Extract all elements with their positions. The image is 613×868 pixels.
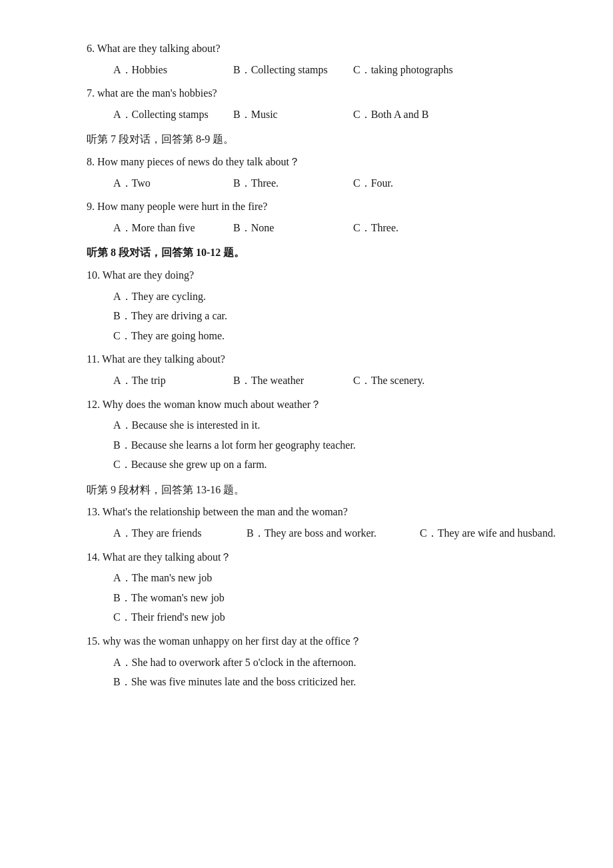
q8-option-a: A．Two (113, 175, 233, 192)
question-13: 13. What's the relationship between the … (87, 503, 526, 541)
q6-number: 6. What are they talking about? (87, 43, 221, 54)
q11-option-a: A．The trip (113, 372, 233, 389)
q8-number: 8. How many pieces of news do they talk … (87, 156, 300, 167)
q6-option-b: B．Collecting stamps (233, 61, 353, 79)
q9-number: 9. How many people were hurt in the fire… (87, 201, 267, 212)
q12-option-a: A．Because she is interested in it. (113, 417, 526, 434)
q7-option-a: A．Collecting stamps (113, 106, 233, 123)
q7-option-b: B．Music (233, 106, 353, 123)
question-15: 15. why was the woman unhappy on her fir… (87, 633, 526, 691)
question-11-text: 11. What are they talking about? (87, 351, 526, 368)
q8-options: A．Two B．Three. C．Four. (113, 175, 526, 192)
q13-option-c: C．They are wife and husband. (420, 525, 593, 542)
q9-option-c: C．Three. (353, 219, 473, 237)
q11-option-c: C．The scenery. (353, 372, 473, 389)
q15-number: 15. why was the woman unhappy on her fir… (87, 635, 361, 647)
q10-option-c: C．They are going home. (113, 327, 526, 345)
question-12-text: 12. Why does the woman know much about w… (87, 396, 526, 413)
question-15-text: 15. why was the woman unhappy on her fir… (87, 633, 526, 650)
q11-options: A．The trip B．The weather C．The scenery. (113, 372, 526, 389)
q12-number: 12. Why does the woman know much about w… (87, 399, 321, 410)
section-7-header: 听第 7 段对话，回答第 8-9 题。 (87, 131, 526, 148)
q11-option-b: B．The weather (233, 372, 353, 389)
q10-number: 10. What are they doing? (87, 269, 194, 281)
q13-option-b: B．They are boss and worker. (247, 525, 420, 542)
q7-options: A．Collecting stamps B．Music C．Both A and… (113, 106, 526, 123)
q14-number: 14. What are they talking about？ (87, 551, 231, 563)
q6-options: A．Hobbies B．Collecting stamps C．taking p… (113, 61, 526, 79)
question-12: 12. Why does the woman know much about w… (87, 396, 526, 473)
section-9-header: 听第 9 段材料，回答第 13-16 题。 (87, 481, 526, 499)
q6-option-a: A．Hobbies (113, 61, 233, 79)
q12-option-c: C．Because she grew up on a farm. (113, 456, 526, 473)
question-14: 14. What are they talking about？ A．The m… (87, 549, 526, 626)
q15-option-a: A．She had to overwork after 5 o'clock in… (113, 654, 526, 671)
question-10: 10. What are they doing? A．They are cycl… (87, 267, 526, 344)
question-13-text: 13. What's the relationship between the … (87, 503, 526, 521)
q13-number: 13. What's the relationship between the … (87, 506, 348, 517)
q7-number: 7. what are the man's hobbies? (87, 87, 217, 99)
question-11: 11. What are they talking about? A．The t… (87, 351, 526, 389)
question-14-text: 14. What are they talking about？ (87, 549, 526, 566)
q12-option-b: B．Because she learns a lot form her geog… (113, 437, 526, 454)
q9-options: A．More than five B．None C．Three. (113, 219, 526, 237)
q14-option-a: A．The man's new job (113, 569, 526, 587)
q9-option-a: A．More than five (113, 219, 233, 237)
q6-option-c: C．taking photographs (353, 61, 473, 79)
question-10-text: 10. What are they doing? (87, 267, 526, 284)
q13-option-a: A．They are friends (113, 525, 247, 542)
question-8: 8. How many pieces of news do they talk … (87, 153, 526, 191)
q9-option-b: B．None (233, 219, 353, 237)
q11-number: 11. What are they talking about? (87, 353, 225, 365)
exam-content: 6. What are they talking about? A．Hobbie… (87, 40, 526, 691)
question-9-text: 9. How many people were hurt in the fire… (87, 198, 526, 215)
question-7-text: 7. what are the man's hobbies? (87, 85, 526, 102)
q10-option-a: A．They are cycling. (113, 288, 526, 305)
question-6: 6. What are they talking about? A．Hobbie… (87, 40, 526, 78)
q14-option-c: C．Their friend's new job (113, 609, 526, 626)
q7-option-c: C．Both A and B (353, 106, 473, 123)
q15-option-b: B．She was five minutes late and the boss… (113, 673, 526, 691)
q14-option-b: B．The woman's new job (113, 589, 526, 607)
question-9: 9. How many people were hurt in the fire… (87, 198, 526, 236)
q8-option-b: B．Three. (233, 175, 353, 192)
question-6-text: 6. What are they talking about? (87, 40, 526, 57)
q10-option-b: B．They are driving a car. (113, 307, 526, 325)
question-8-text: 8. How many pieces of news do they talk … (87, 153, 526, 171)
question-7: 7. what are the man's hobbies? A．Collect… (87, 85, 526, 123)
q8-option-c: C．Four. (353, 175, 473, 192)
q13-options: A．They are friends B．They are boss and w… (113, 525, 553, 542)
section-8-header: 听第 8 段对话，回答第 10-12 题。 (87, 244, 526, 261)
